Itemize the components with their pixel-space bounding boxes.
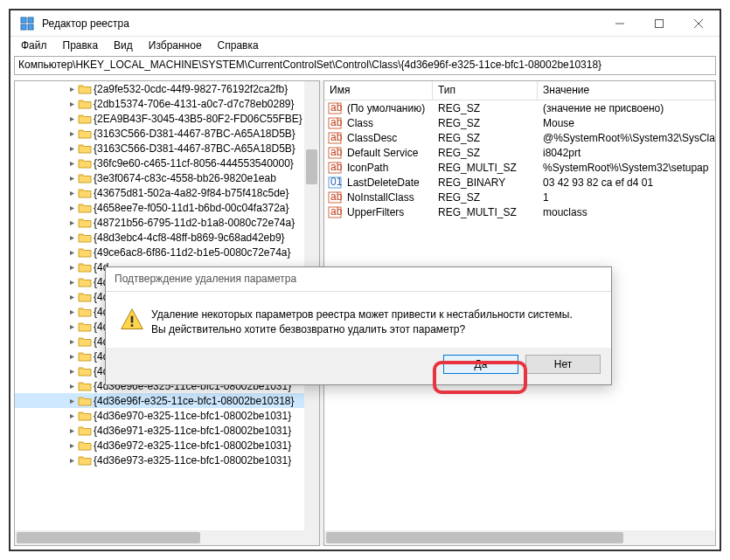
- dialog-text: Удаление некоторых параметров реестра мо…: [151, 308, 573, 337]
- chevron-right-icon[interactable]: ▸: [66, 143, 78, 153]
- chevron-right-icon[interactable]: ▸: [66, 218, 78, 227]
- value-row[interactable]: ab(По умолчанию)REG_SZ(значение не присв…: [324, 100, 715, 115]
- menu-help[interactable]: Справка: [211, 38, 266, 53]
- value-row[interactable]: abClassDescREG_SZ@%SystemRoot%\System32\…: [324, 130, 715, 145]
- chevron-right-icon[interactable]: ▸: [66, 307, 78, 316]
- folder-icon: [78, 246, 92, 259]
- tree-item[interactable]: ▸{48d3ebc4-4cf8-48ff-b869-9c68ad42eb9}: [15, 230, 310, 245]
- chevron-right-icon[interactable]: ▸: [66, 188, 78, 197]
- folder-icon: [78, 261, 92, 273]
- folder-icon: [78, 335, 92, 348]
- chevron-right-icon[interactable]: ▸: [66, 262, 78, 272]
- tree-item[interactable]: ▸{2db15374-706e-4131-a0c7-d7c78eb0289}: [15, 96, 310, 111]
- regedit-icon: [17, 14, 37, 33]
- values-hscroll[interactable]: [324, 530, 715, 545]
- tree-item[interactable]: ▸{3163C566-D381-4467-87BC-A65A18D5B}: [15, 126, 310, 141]
- tree-item[interactable]: ▸{36fc9e60-c465-11cf-8056-444553540000}: [15, 156, 310, 170]
- chevron-right-icon[interactable]: ▸: [66, 455, 78, 465]
- chevron-right-icon[interactable]: ▸: [66, 128, 78, 138]
- chevron-right-icon[interactable]: ▸: [66, 336, 78, 346]
- warning-icon: [120, 308, 151, 337]
- folder-icon: [78, 217, 92, 229]
- string-value-icon: ab: [328, 162, 342, 174]
- chevron-right-icon[interactable]: ▸: [66, 396, 78, 405]
- menu-favorites[interactable]: Избранное: [142, 38, 209, 53]
- yes-button[interactable]: Да: [443, 355, 518, 374]
- window-title: Редактор реестра: [42, 17, 600, 30]
- tree-hscroll[interactable]: [15, 530, 304, 545]
- col-name[interactable]: Имя: [324, 81, 433, 100]
- chevron-right-icon[interactable]: ▸: [66, 158, 78, 168]
- folder-icon: [78, 113, 92, 125]
- chevron-right-icon[interactable]: ▸: [66, 425, 78, 435]
- tree-item[interactable]: ▸{4658ee7e-f050-11d1-b6bd-00c04fa372a}: [15, 200, 310, 215]
- chevron-right-icon[interactable]: ▸: [66, 366, 78, 376]
- value-data: %SystemRoot%\System32\setupap: [538, 162, 715, 174]
- menubar: Файл Правка Вид Избранное Справка: [10, 37, 720, 54]
- confirm-dialog: Подтверждение удаления параметра Удалени…: [105, 266, 612, 385]
- chevron-right-icon[interactable]: ▸: [66, 292, 78, 301]
- chevron-right-icon[interactable]: ▸: [66, 84, 78, 93]
- chevron-right-icon[interactable]: ▸: [66, 321, 78, 331]
- menu-edit[interactable]: Правка: [56, 38, 106, 53]
- chevron-right-icon[interactable]: ▸: [66, 277, 78, 287]
- chevron-right-icon[interactable]: ▸: [66, 247, 78, 257]
- value-row[interactable]: abNoInstallClassREG_SZ1: [324, 190, 715, 204]
- col-value[interactable]: Значение: [538, 81, 715, 100]
- svg-text:ab: ab: [330, 162, 342, 173]
- folder-icon: [78, 454, 92, 467]
- no-button[interactable]: Нет: [525, 355, 601, 374]
- menu-file[interactable]: Файл: [14, 38, 54, 53]
- chevron-right-icon[interactable]: ▸: [66, 351, 78, 361]
- tree-item[interactable]: ▸{3163C566-D381-4467-87BC-A65A18D5B}: [15, 141, 310, 156]
- tree-item[interactable]: ▸{4d36e96f-e325-11ce-bfc1-08002be10318}: [15, 393, 310, 408]
- folder-icon: [78, 350, 92, 363]
- value-row[interactable]: abUpperFiltersREG_MULTI_SZmouclass: [324, 204, 715, 219]
- tree-item[interactable]: ▸{4d36e973-e325-11ce-bfc1-08002be1031}: [15, 453, 310, 467]
- menu-view[interactable]: Вид: [107, 38, 140, 53]
- value-row[interactable]: abDefault ServiceREG_SZi8042prt: [324, 145, 715, 160]
- tree-item[interactable]: ▸{2EA9B43F-3045-43B5-80F2-FD06C55FBE}: [15, 111, 310, 126]
- tree-item[interactable]: ▸{4d36e972-e325-11ce-bfc1-08002be1031}: [15, 438, 310, 453]
- string-value-icon: ab: [328, 102, 342, 114]
- value-type: REG_BINARY: [433, 176, 538, 189]
- value-type: REG_SZ: [433, 147, 538, 159]
- maximize-button[interactable]: [639, 11, 678, 36]
- value-name: NoInstallClass: [342, 191, 433, 204]
- tree-item[interactable]: ▸{2a9fe532-0cdc-44f9-9827-76192f2ca2fb}: [15, 81, 310, 96]
- tree-item[interactable]: ▸{48721b56-6795-11d2-b1a8-0080c72e74a}: [15, 215, 310, 230]
- chevron-right-icon[interactable]: ▸: [66, 114, 78, 123]
- tree-item[interactable]: ▸{49ce6ac8-6f86-11d2-b1e5-0080c72e74a}: [15, 245, 310, 259]
- value-name: Class: [342, 117, 433, 129]
- value-row[interactable]: abClassREG_SZMouse: [324, 115, 715, 130]
- chevron-right-icon[interactable]: ▸: [66, 440, 78, 450]
- folder-icon: [78, 142, 92, 155]
- chevron-right-icon[interactable]: ▸: [66, 411, 78, 420]
- value-data: Mouse: [538, 117, 715, 129]
- chevron-right-icon[interactable]: ▸: [66, 203, 78, 212]
- value-row[interactable]: 01LastDeleteDateREG_BINARY03 42 93 82 ca…: [324, 175, 715, 190]
- svg-rect-3: [28, 24, 33, 30]
- svg-rect-1: [28, 17, 33, 23]
- value-type: REG_MULTI_SZ: [433, 206, 538, 218]
- chevron-right-icon[interactable]: ▸: [66, 232, 78, 242]
- tree-item[interactable]: ▸{43675d81-502a-4a82-9f84-b75f418c5de}: [15, 185, 310, 200]
- tree-item-label: {4658ee7e-f050-11d1-b6bd-00c04fa372a}: [94, 202, 289, 214]
- address-bar[interactable]: Компьютер\HKEY_LOCAL_MACHINE\SYSTEM\Curr…: [14, 56, 716, 75]
- tree-item-label: {3163C566-D381-4467-87BC-A65A18D5B}: [94, 142, 295, 155]
- svg-rect-25: [131, 316, 134, 323]
- chevron-right-icon[interactable]: ▸: [66, 173, 78, 183]
- col-type[interactable]: Тип: [433, 81, 538, 100]
- folder-icon: [78, 128, 92, 140]
- string-value-icon: ab: [328, 191, 342, 204]
- value-row[interactable]: abIconPathREG_MULTI_SZ%SystemRoot%\Syste…: [324, 160, 715, 175]
- minimize-button[interactable]: [600, 11, 639, 36]
- chevron-right-icon[interactable]: ▸: [66, 99, 78, 108]
- svg-rect-26: [131, 324, 134, 327]
- tree-item[interactable]: ▸{4d36e971-e325-11ce-bfc1-08002be1031}: [15, 423, 310, 438]
- tree-item[interactable]: ▸{4d36e970-e325-11ce-bfc1-08002be1031}: [15, 408, 310, 423]
- svg-text:ab: ab: [330, 206, 342, 218]
- tree-item[interactable]: ▸{3e3f0674-c83c-4558-bb26-9820e1eab: [15, 170, 310, 185]
- chevron-right-icon[interactable]: ▸: [66, 381, 78, 391]
- close-button[interactable]: [678, 11, 718, 36]
